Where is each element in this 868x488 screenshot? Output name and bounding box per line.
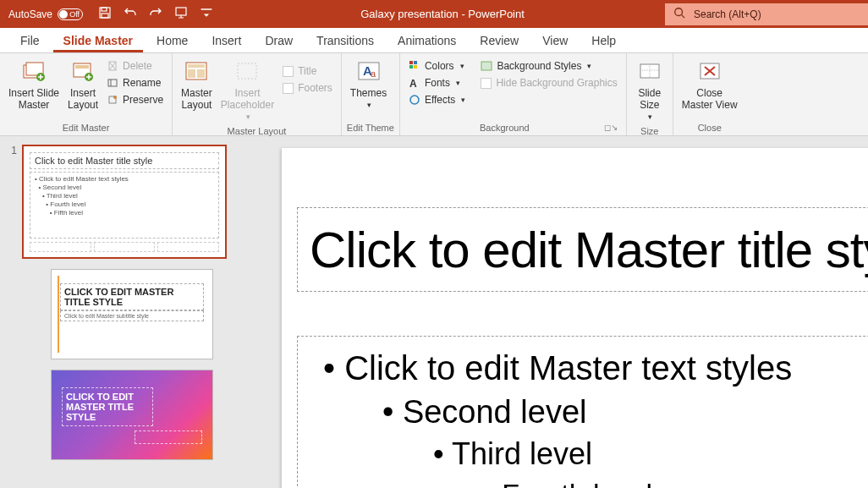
svg-text:a: a	[371, 69, 376, 79]
layout-thumbnail[interactable]: CLICK TO EDIT MASTER TITLE STYLE	[51, 370, 213, 460]
tab-draw[interactable]: Draw	[255, 29, 303, 52]
slide-size-button[interactable]: Slide Size▾	[632, 57, 667, 124]
qat-more-icon[interactable]	[200, 6, 213, 22]
themes-button[interactable]: Aa Themes▾	[347, 57, 390, 112]
svg-text:A: A	[409, 78, 417, 89]
master-thumbnail[interactable]: Click to edit Master title style • Click…	[22, 145, 227, 259]
dialog-launcher-icon[interactable]: ◻↘	[604, 121, 621, 134]
preserve-button[interactable]: Preserve	[103, 92, 167, 107]
ribbon: Insert Slide Master Insert Layout Delete…	[0, 53, 868, 136]
group-label: Background	[405, 121, 604, 134]
svg-point-28	[410, 96, 419, 104]
fonts-button[interactable]: AFonts▾	[405, 75, 469, 90]
undo-icon[interactable]	[124, 6, 137, 22]
thumb-number: 1	[8, 145, 17, 156]
group-label: Edit Theme	[347, 121, 394, 134]
svg-rect-12	[108, 80, 117, 86]
svg-rect-29	[481, 62, 492, 70]
group-label: Close	[678, 121, 741, 134]
tab-help[interactable]: Help	[581, 29, 626, 52]
slideshow-icon[interactable]	[174, 6, 188, 22]
rename-button[interactable]: Rename	[103, 75, 167, 90]
autosave-toggle[interactable]: AutoSave Off	[0, 8, 91, 20]
footers-checkbox[interactable]: Footers	[279, 80, 336, 96]
svg-rect-24	[414, 61, 417, 64]
search-icon	[673, 7, 685, 21]
tab-home[interactable]: Home	[146, 29, 198, 52]
svg-rect-19	[238, 63, 256, 79]
ribbon-tabs: File Slide Master Home Insert Draw Trans…	[0, 28, 868, 53]
insert-slide-master-button[interactable]: Insert Slide Master	[5, 57, 63, 112]
svg-rect-1	[102, 8, 107, 11]
redo-icon[interactable]	[149, 6, 162, 22]
document-title: Galaxy presentation - PowerPoint	[220, 8, 665, 20]
svg-rect-2	[102, 14, 108, 18]
close-master-view-button[interactable]: Close Master View	[678, 57, 741, 112]
group-close: Close Master View Close	[673, 53, 746, 135]
tab-slide-master[interactable]: Slide Master	[53, 29, 143, 52]
svg-rect-3	[176, 8, 186, 15]
tab-review[interactable]: Review	[470, 29, 529, 52]
title-bar: AutoSave Off Galaxy presentation - Power…	[0, 0, 868, 28]
effects-button[interactable]: Effects▾	[405, 92, 469, 107]
quick-access-toolbar	[91, 6, 220, 22]
group-background: Colors▾ AFonts▾ Effects▾ Background Styl…	[400, 53, 627, 135]
svg-point-14	[113, 96, 117, 99]
tab-view[interactable]: View	[532, 29, 578, 52]
title-placeholder[interactable]: Click to edit Master title style	[297, 207, 868, 292]
background-styles-button[interactable]: Background Styles▾	[477, 58, 620, 74]
group-label: Edit Master	[5, 121, 167, 134]
tab-file[interactable]: File	[10, 29, 50, 52]
group-edit-theme: Aa Themes▾ Edit Theme	[342, 53, 400, 135]
insert-placeholder-button[interactable]: Insert Placeholder▾	[217, 57, 277, 124]
thumbnail-panel[interactable]: 1 Click to edit Master title style • Cli…	[0, 136, 265, 488]
slide-editor[interactable]: Click to edit Master title style Click t…	[265, 136, 868, 488]
master-layout-button[interactable]: Master Layout	[178, 57, 216, 112]
save-icon[interactable]	[98, 6, 112, 22]
title-checkbox[interactable]: Title	[279, 63, 336, 79]
svg-rect-9	[75, 65, 89, 69]
svg-rect-26	[414, 65, 417, 69]
autosave-switch[interactable]: Off	[58, 8, 83, 20]
group-master-layout: Master Layout Insert Placeholder▾ Title …	[173, 53, 342, 135]
tab-animations[interactable]: Animations	[387, 29, 466, 52]
svg-rect-23	[409, 61, 413, 64]
tab-transitions[interactable]: Transitions	[306, 29, 384, 52]
delete-button[interactable]: Delete	[103, 58, 167, 74]
svg-rect-18	[197, 69, 205, 78]
svg-rect-16	[188, 64, 205, 68]
hide-background-checkbox[interactable]: Hide Background Graphics	[477, 75, 620, 90]
tab-insert[interactable]: Insert	[201, 29, 251, 52]
group-edit-master: Insert Slide Master Insert Layout Delete…	[0, 53, 173, 135]
svg-rect-25	[409, 65, 413, 69]
search-placeholder: Search (Alt+Q)	[694, 8, 761, 20]
svg-rect-17	[188, 69, 195, 78]
workspace: 1 Click to edit Master title style • Cli…	[0, 136, 868, 488]
colors-button[interactable]: Colors▾	[405, 58, 469, 74]
group-size: Slide Size▾ Size	[627, 53, 673, 135]
insert-layout-button[interactable]: Insert Layout	[64, 57, 102, 112]
content-placeholder[interactable]: Click to edit Master text styles Second …	[297, 336, 868, 488]
layout-thumbnail[interactable]: CLICK TO EDIT MASTER TITLE STYLE Click t…	[51, 269, 213, 359]
svg-point-4	[675, 8, 683, 16]
autosave-label: AutoSave	[8, 8, 52, 20]
slide-canvas[interactable]: Click to edit Master title style Click t…	[282, 148, 868, 488]
search-box[interactable]: Search (Alt+Q)	[665, 3, 868, 25]
